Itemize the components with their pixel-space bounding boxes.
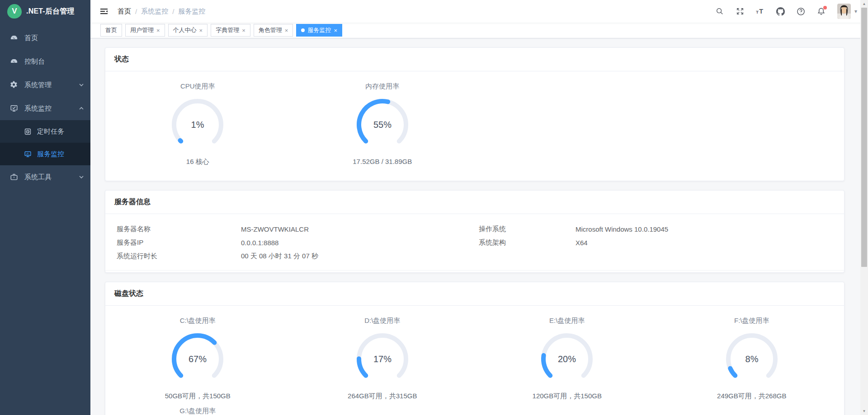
info-value: 00 天 08 小时 31 分 07 秒 bbox=[241, 249, 479, 263]
gauge-detail: 16 核心 bbox=[186, 158, 209, 166]
notification-badge bbox=[823, 6, 827, 9]
logo-letter: V bbox=[12, 7, 17, 16]
sidebar-item-scheduled-tasks[interactable]: 定时任务 bbox=[0, 120, 90, 143]
scroll-down-icon[interactable]: ▼ bbox=[860, 407, 868, 415]
scrollbar-thumb[interactable] bbox=[861, 8, 867, 267]
gear-icon bbox=[10, 81, 18, 89]
info-label: 服务器名称 bbox=[105, 222, 241, 236]
gauge-detail: 264GB可用，共315GB bbox=[348, 392, 417, 401]
sidebar-item-label: 系统工具 bbox=[24, 173, 52, 182]
sidebar-item-system-tools[interactable]: 系统工具 bbox=[0, 165, 90, 189]
tab-label: 用户管理 bbox=[130, 26, 154, 34]
sidebar-item-service-monitor[interactable]: 服务监控 bbox=[0, 143, 90, 165]
scroll-up-icon[interactable]: ▲ bbox=[860, 0, 868, 8]
gauge-value: 8% bbox=[745, 354, 758, 364]
toolbox-icon bbox=[10, 173, 18, 181]
sidebar-item-console[interactable]: 控制台 bbox=[0, 50, 90, 73]
breadcrumb-separator: / bbox=[172, 8, 174, 15]
empty-slot bbox=[660, 82, 844, 166]
info-label: 系统运行时长 bbox=[105, 249, 241, 263]
sidebar: V .NET-后台管理 首页 控制台 系统管理 bbox=[0, 0, 90, 415]
chevron-down-icon bbox=[79, 173, 84, 181]
fullscreen-icon[interactable] bbox=[736, 7, 745, 16]
tab-home[interactable]: 首页 bbox=[100, 24, 122, 37]
server-card-title: 服务器信息 bbox=[105, 191, 844, 214]
sidebar-item-label: 定时任务 bbox=[37, 127, 64, 136]
tab-dictionary[interactable]: 字典管理× bbox=[211, 24, 250, 37]
status-card: 状态 CPU使用率 1% 16 核心 内存使用率 55% 17.52GB / 3… bbox=[105, 47, 844, 181]
gauge-value: 20% bbox=[558, 354, 576, 364]
font-size-icon[interactable]: TT bbox=[756, 7, 765, 16]
user-menu[interactable]: ▾ bbox=[837, 4, 857, 19]
sidebar-item-label: 控制台 bbox=[24, 57, 45, 66]
disk-gauges: C:\盘使用率 67% 50GB可用，共150GB D:\盘使用率 17% 26… bbox=[105, 306, 844, 415]
sidebar-item-system-management[interactable]: 系统管理 bbox=[0, 73, 90, 97]
active-tab-dot-icon bbox=[301, 28, 305, 32]
close-tab-icon[interactable]: × bbox=[156, 28, 160, 33]
gauge-detail: 50GB可用，共150GB bbox=[165, 392, 231, 401]
tags-view: 首页 用户管理× 个人中心× 字典管理× 角色管理× 服务监控× bbox=[90, 23, 868, 38]
sidebar-fold-icon[interactable] bbox=[99, 6, 109, 17]
memory-gauge: 内存使用率 55% 17.52GB / 31.89GB bbox=[290, 82, 475, 166]
app-logo[interactable]: V .NET-后台管理 bbox=[0, 0, 90, 23]
gauge-title: CPU使用率 bbox=[180, 82, 215, 91]
tab-roles[interactable]: 角色管理× bbox=[254, 24, 293, 37]
close-tab-icon[interactable]: × bbox=[285, 28, 288, 33]
breadcrumb-section: 系统监控 bbox=[141, 7, 168, 16]
tab-label: 个人中心 bbox=[173, 26, 197, 34]
chevron-down-icon bbox=[79, 81, 84, 89]
info-value: Microsoft Windows 10.0.19045 bbox=[576, 222, 844, 236]
disk-f-gauge: F:\盘使用率 8% 249GB可用，共268GB bbox=[660, 317, 844, 401]
sidebar-submenu: 定时任务 服务监控 bbox=[0, 120, 90, 165]
help-icon[interactable] bbox=[797, 7, 806, 16]
tab-service-monitor[interactable]: 服务监控× bbox=[296, 24, 342, 37]
navbar-actions: TT ▾ bbox=[715, 4, 857, 19]
sidebar-menu: 首页 控制台 系统管理 系统监控 bbox=[0, 26, 90, 189]
sidebar-item-system-monitor[interactable]: 系统监控 bbox=[0, 97, 90, 120]
close-tab-icon[interactable]: × bbox=[199, 28, 203, 33]
disk-c-gauge: C:\盘使用率 67% 50GB可用，共150GB bbox=[105, 317, 290, 401]
status-card-title: 状态 bbox=[105, 48, 844, 71]
caret-down-icon: ▾ bbox=[854, 8, 857, 14]
tab-label: 字典管理 bbox=[216, 26, 239, 34]
search-icon[interactable] bbox=[715, 7, 724, 16]
breadcrumb-page: 服务监控 bbox=[178, 7, 205, 16]
empty-slot bbox=[475, 82, 660, 166]
sidebar-item-label: 服务监控 bbox=[37, 150, 64, 159]
cpu-gauge: CPU使用率 1% 16 核心 bbox=[105, 82, 290, 166]
tab-user-management[interactable]: 用户管理× bbox=[125, 24, 165, 37]
tab-label: 首页 bbox=[105, 26, 117, 34]
disk-e-gauge: E:\盘使用率 20% 120GB可用，共150GB bbox=[475, 317, 660, 401]
breadcrumb-separator: / bbox=[135, 8, 137, 15]
close-tab-icon[interactable]: × bbox=[334, 28, 337, 33]
notification-bell-icon[interactable] bbox=[817, 7, 826, 16]
server-info-card: 服务器信息 服务器名称 MS-ZWOVTWKIALCR 操作系统 Microso… bbox=[105, 190, 844, 273]
sidebar-item-home[interactable]: 首页 bbox=[0, 26, 90, 50]
tab-profile[interactable]: 个人中心× bbox=[168, 24, 208, 37]
sidebar-item-label: 首页 bbox=[24, 34, 38, 42]
info-value: 0.0.0.1:8888 bbox=[241, 236, 479, 249]
disk-g-gauge: G:\盘使用率 bbox=[105, 407, 290, 415]
page-scrollbar[interactable]: ▲ ▼ bbox=[860, 0, 868, 415]
breadcrumb: 首页 / 系统监控 / 服务监控 bbox=[118, 7, 205, 16]
disk-card-title: 磁盘状态 bbox=[105, 282, 844, 306]
gauge-value: 1% bbox=[191, 120, 204, 130]
gauge-title: E:\盘使用率 bbox=[549, 317, 585, 325]
chevron-up-icon bbox=[79, 105, 84, 112]
gauge-detail: 120GB可用，共150GB bbox=[533, 392, 602, 401]
server-monitor-icon bbox=[24, 150, 32, 158]
github-icon[interactable] bbox=[776, 7, 785, 16]
sidebar-item-label: 系统监控 bbox=[24, 104, 52, 113]
tab-label: 角色管理 bbox=[259, 26, 282, 34]
monitor-check-icon bbox=[10, 104, 18, 112]
gauge-title: G:\盘使用率 bbox=[179, 407, 216, 415]
app-title: .NET-后台管理 bbox=[26, 7, 75, 16]
avatar bbox=[837, 4, 851, 19]
dashboard-icon bbox=[10, 34, 18, 42]
close-tab-icon[interactable]: × bbox=[242, 28, 245, 33]
page-content: 状态 CPU使用率 1% 16 核心 内存使用率 55% 17.52GB / 3… bbox=[90, 38, 868, 415]
gauge-title: D:\盘使用率 bbox=[364, 317, 400, 325]
svg-text:T: T bbox=[756, 9, 759, 14]
disk-d-gauge: D:\盘使用率 17% 264GB可用，共315GB bbox=[290, 317, 475, 401]
breadcrumb-home[interactable]: 首页 bbox=[118, 7, 131, 16]
